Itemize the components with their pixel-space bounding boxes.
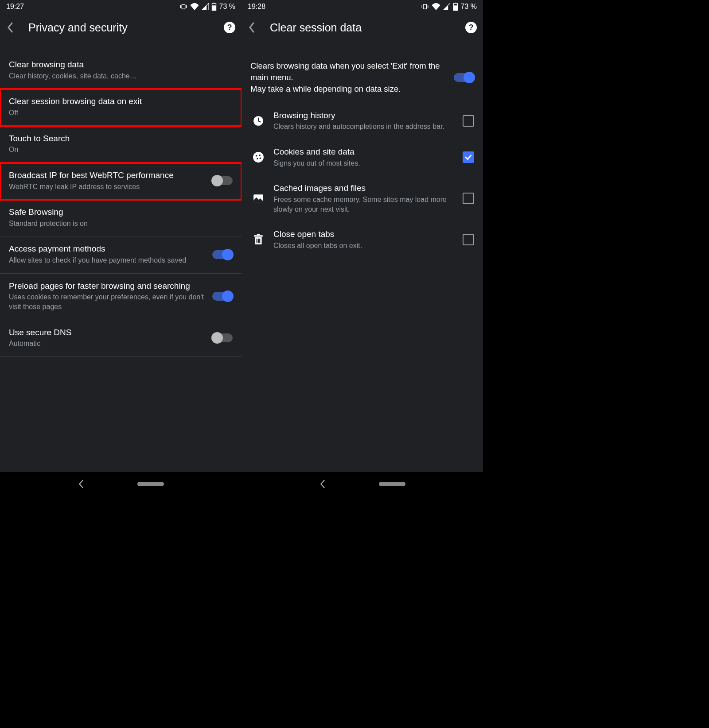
- status-battery: 73 %: [461, 3, 477, 11]
- setting-title: Broadcast IP for best WebRTC performance: [9, 170, 205, 181]
- back-icon[interactable]: [6, 22, 14, 33]
- svg-rect-11: [453, 5, 457, 11]
- setting-title: Close open tabs: [273, 229, 456, 240]
- setting-title: Cached images and files: [273, 183, 456, 194]
- setting-sub: Allow sites to check if you have payment…: [9, 256, 205, 265]
- status-time: 19:28: [248, 3, 265, 11]
- page-title: Privacy and security: [28, 21, 213, 34]
- setting-sub: WebRTC may leak IP address to services: [9, 182, 205, 192]
- setting-sub: Frees some cache memory. Some sites may …: [273, 195, 456, 214]
- checkbox-cached[interactable]: [463, 193, 474, 204]
- help-icon[interactable]: ?: [224, 22, 235, 33]
- setting-preload-pages[interactable]: Preload pages for faster browsing and se…: [0, 274, 242, 320]
- page-title: Clear session data: [270, 21, 455, 34]
- cookie-icon: [253, 151, 264, 163]
- svg-rect-1: [180, 5, 181, 8]
- battery-icon: [211, 3, 217, 11]
- wifi-icon: [432, 3, 440, 10]
- status-time: 19:27: [6, 3, 24, 11]
- setting-browsing-history[interactable]: Browsing history Clears history and auto…: [242, 103, 483, 139]
- svg-rect-0: [182, 4, 185, 9]
- status-bar: 19:27 73 %: [0, 0, 242, 13]
- image-icon: [253, 193, 264, 204]
- setting-sub: Standard protection is on: [9, 219, 233, 228]
- svg-point-16: [257, 158, 258, 159]
- setting-clear-browsing-data[interactable]: Clear browsing data Clear history, cooki…: [0, 52, 242, 89]
- nav-home-pill[interactable]: [379, 482, 405, 486]
- toggle-broadcast-ip[interactable]: [212, 176, 233, 185]
- svg-point-14: [256, 155, 257, 156]
- status-bar: 19:28 73 %: [242, 0, 483, 13]
- svg-point-17: [260, 158, 261, 159]
- nav-bar: [0, 472, 242, 496]
- toggle-clear-on-exit[interactable]: [454, 73, 474, 82]
- signal-icon: [443, 3, 450, 10]
- setting-sub: Signs you out of most sites.: [273, 159, 456, 168]
- setting-sub: Clear history, cookies, site data, cache…: [9, 71, 233, 81]
- help-icon[interactable]: ?: [465, 22, 477, 33]
- setting-title: Access payment methods: [9, 244, 205, 255]
- setting-sub: Off: [9, 108, 233, 118]
- setting-broadcast-ip-webrtc[interactable]: Broadcast IP for best WebRTC performance…: [0, 163, 242, 200]
- svg-rect-2: [186, 5, 187, 8]
- title-bar: Clear session data ?: [242, 13, 483, 42]
- vibrate-icon: [421, 4, 429, 10]
- svg-rect-6: [423, 4, 427, 9]
- status-battery: 73 %: [219, 3, 235, 11]
- setting-clear-session-on-exit[interactable]: Clear session browsing data on exit Off: [0, 89, 242, 126]
- svg-rect-20: [254, 236, 263, 237]
- setting-title: Clear session browsing data on exit: [9, 96, 233, 107]
- toggle-secure-dns[interactable]: [212, 333, 233, 342]
- toggle-preload[interactable]: [212, 292, 233, 301]
- setting-secure-dns[interactable]: Use secure DNS Automatic: [0, 320, 242, 357]
- screen-clear-session-data: 19:28 73 % Clear session data ? Clears b…: [242, 0, 483, 496]
- toggle-payment-methods[interactable]: [212, 250, 233, 259]
- checkbox-browsing-history[interactable]: [463, 115, 474, 127]
- trash-icon: [253, 234, 264, 245]
- checkbox-cookies[interactable]: [463, 151, 474, 163]
- svg-rect-24: [259, 239, 260, 243]
- nav-back-icon[interactable]: [319, 480, 326, 488]
- battery-icon: [453, 3, 458, 11]
- checkbox-close-tabs[interactable]: [463, 234, 474, 245]
- setting-cookies-site-data[interactable]: Cookies and site data Signs you out of m…: [242, 139, 483, 176]
- setting-cached-images[interactable]: Cached images and files Frees some cache…: [242, 176, 483, 222]
- setting-title: Use secure DNS: [9, 327, 205, 338]
- setting-title: Safe Browsing: [9, 207, 233, 218]
- setting-title: Clear browsing data: [9, 59, 233, 70]
- nav-home-pill[interactable]: [137, 482, 164, 486]
- setting-title: Browsing history: [273, 110, 456, 121]
- svg-point-15: [259, 155, 261, 156]
- setting-sub: Closes all open tabs on exit.: [273, 241, 456, 251]
- svg-rect-8: [428, 5, 429, 8]
- screen-privacy-security: 19:27 73 % Privacy and security ? Clear …: [0, 0, 242, 496]
- svg-rect-21: [257, 234, 260, 235]
- setting-title: Cookies and site data: [273, 147, 456, 158]
- svg-point-13: [253, 152, 264, 163]
- setting-master-toggle[interactable]: Clears browsing data when you select 'Ex…: [242, 52, 483, 103]
- svg-rect-22: [257, 239, 257, 243]
- title-bar: Privacy and security ?: [0, 13, 242, 42]
- vibrate-icon: [179, 4, 187, 10]
- setting-sub: On: [9, 145, 233, 155]
- svg-rect-7: [421, 5, 422, 8]
- nav-back-icon[interactable]: [78, 480, 84, 488]
- nav-bar: [242, 472, 483, 496]
- signal-icon: [202, 3, 209, 10]
- intro-text: Clears browsing data when you select 'Ex…: [250, 60, 447, 95]
- wifi-icon: [190, 3, 199, 10]
- setting-sub: Uses cookies to remember your preference…: [9, 292, 205, 311]
- setting-sub: Automatic: [9, 339, 205, 349]
- back-icon[interactable]: [248, 22, 256, 33]
- svg-rect-5: [212, 5, 216, 11]
- setting-touch-to-search[interactable]: Touch to Search On: [0, 126, 242, 163]
- setting-sub: Clears history and autocompletions in th…: [273, 122, 456, 132]
- setting-title: Preload pages for faster browsing and se…: [9, 281, 205, 292]
- clock-icon: [253, 115, 264, 127]
- setting-access-payment-methods[interactable]: Access payment methods Allow sites to ch…: [0, 236, 242, 273]
- setting-close-tabs[interactable]: Close open tabs Closes all open tabs on …: [242, 222, 483, 258]
- setting-title: Touch to Search: [9, 133, 233, 144]
- setting-safe-browsing[interactable]: Safe Browsing Standard protection is on: [0, 200, 242, 236]
- svg-rect-23: [258, 239, 259, 243]
